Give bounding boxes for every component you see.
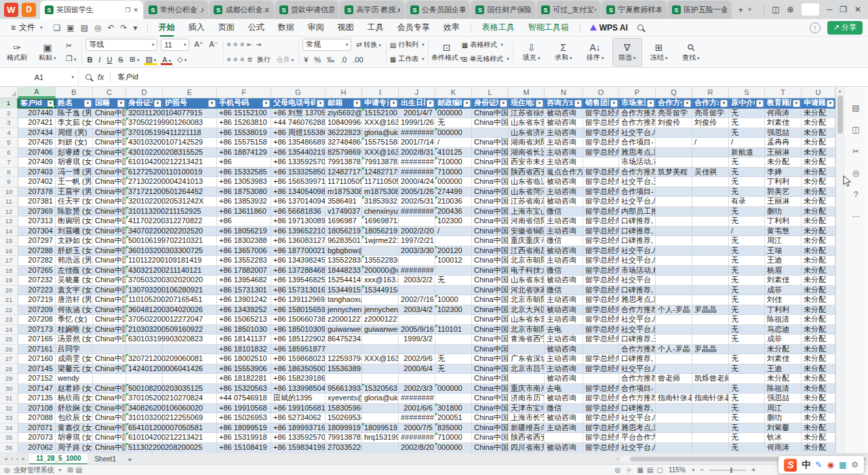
cell-C14[interactable]: China中国 <box>93 227 126 237</box>
cell-M31[interactable]: 济南市历下 <box>509 394 545 404</box>
cell-J23[interactable] <box>399 315 435 325</box>
cell-R4[interactable] <box>692 128 729 138</box>
cell-D7[interactable]: 610104200212213421 <box>126 157 163 168</box>
cell-O29[interactable] <box>583 374 619 384</box>
cell-U12[interactable]: 未分配 <box>802 207 835 217</box>
cell-G12[interactable]: +86 56681836 <box>271 207 326 217</box>
row-number-28[interactable]: 28 <box>0 364 18 375</box>
cell-S30[interactable]: 无 <box>729 384 765 394</box>
cell-Q26[interactable]: 个人-罗晶 <box>656 345 692 355</box>
header-cell-O[interactable]: 销售团队▼ <box>583 98 619 109</box>
cell-style-button[interactable]: ⊞单元格样式▾ <box>462 53 509 65</box>
cell-P8[interactable]: 合作方推荐 <box>619 168 656 178</box>
cell-N16[interactable]: 被动咨询 <box>545 246 583 256</box>
cell-K20[interactable] <box>435 286 472 296</box>
header-cell-K[interactable]: 邮政编码▼ <box>435 98 472 109</box>
cell-R8[interactable]: 吴佳祺 <box>692 168 729 178</box>
cell-I14[interactable]: 180562195 <box>362 227 399 237</box>
cell-F17[interactable]: +86 13552283 <box>217 256 271 266</box>
cell-L5[interactable]: China中国 <box>472 138 509 148</box>
cell-P26[interactable]: 合作方推荐 <box>619 345 656 355</box>
zoom-out-button[interactable]: − <box>700 466 704 474</box>
cell-M22[interactable]: 北京大兴区 <box>509 305 545 316</box>
cell-K23[interactable] <box>435 315 472 325</box>
cell-O11[interactable]: 留学总经办 <box>583 197 619 207</box>
filter-button-K[interactable]: ▼ <box>463 100 471 107</box>
row-number-7[interactable]: 7 <box>0 157 18 168</box>
header-cell-Q[interactable]: 合作方公▼ <box>656 98 692 109</box>
strikethrough-button[interactable]: S <box>117 56 124 64</box>
cell-B19[interactable]: 吴晓蔓 (女 <box>56 276 93 286</box>
cell-N3[interactable]: 被动咨询 <box>545 118 583 128</box>
cell-S14[interactable]: / <box>729 227 765 237</box>
cell-N31[interactable]: 被动咨询 <box>545 394 583 404</box>
cell-B4[interactable]: 周煜 (男) <box>56 128 93 138</box>
cell-G23[interactable]: +86 1506607386 <box>271 315 326 325</box>
cell-R31[interactable]: 指南针张老 <box>692 394 729 404</box>
cell-C9[interactable]: China中国 <box>93 177 126 187</box>
cell-K30[interactable]: 000000 <box>435 384 472 394</box>
cell-P28[interactable]: 社交平台,/ <box>619 364 656 375</box>
cell-R3[interactable]: 刘俊伶 <box>692 118 729 128</box>
cell-G32[interactable]: +86 1991056811 <box>271 404 326 414</box>
row-number-30[interactable]: 30 <box>0 384 18 394</box>
cell-Q20[interactable] <box>656 286 692 296</box>
filter-button-T[interactable]: ▼ <box>793 100 800 107</box>
cell-R25[interactable] <box>692 335 729 345</box>
cell-U23[interactable]: 未分配 <box>802 315 835 325</box>
cell-J25[interactable]: 1999/3/2 <box>399 335 435 345</box>
cell-S3[interactable]: 无 <box>729 118 765 128</box>
cell-J24[interactable]: 2005/9/16 <box>399 325 435 335</box>
cell-T16[interactable]: 王瑞 <box>765 246 802 256</box>
cell-U20[interactable]: 未分配 <box>802 286 835 296</box>
cell-S7[interactable]: 无 <box>729 157 765 168</box>
cell-C22[interactable]: China中国 <box>93 305 126 316</box>
cell-N18[interactable]: 微信 <box>545 266 583 276</box>
cell-O25[interactable]: 留学总经办 <box>583 335 619 345</box>
cell-J17[interactable] <box>399 256 435 266</box>
cell-R2[interactable]: 亮哥留学 <box>692 109 729 119</box>
cell-I27[interactable]: XXX@163. <box>362 354 399 364</box>
cell-C35[interactable]: China中国 <box>93 433 126 443</box>
cell-T18[interactable]: 杨眉 <box>765 266 802 276</box>
menu-tab-数据[interactable]: 数据 <box>271 20 301 35</box>
cell-R35[interactable] <box>692 433 729 443</box>
cell-S15[interactable]: 无 <box>729 236 765 246</box>
cell-O20[interactable]: 留学总经办 <box>583 286 619 296</box>
cell-S36[interactable]: 无 <box>729 443 765 453</box>
cell-I7[interactable]: 799138782 <box>362 157 399 168</box>
cell-A15[interactable]: 207297 <box>18 236 56 246</box>
row-number-19[interactable]: 19 <box>0 276 18 286</box>
side-panel-icon-5[interactable]: ⋯ <box>852 212 860 221</box>
row-number-17[interactable]: 17 <box>0 256 18 266</box>
cell-C4[interactable]: China中国 <box>93 128 126 138</box>
cell-I12[interactable]: chenxinyur <box>362 207 399 217</box>
cell-A6[interactable]: 207406 <box>18 148 56 158</box>
cell-Q14[interactable] <box>656 227 692 237</box>
header-cell-I[interactable]: 申请专用▼ <box>362 98 399 109</box>
cell-K25[interactable] <box>435 335 472 345</box>
cell-H13[interactable]: 1696987 <box>326 216 362 227</box>
cell-K11[interactable]: 210036 <box>435 197 472 207</box>
cell-T8[interactable]: 李婵 <box>765 168 802 178</box>
cell-P7[interactable]: 市场活动,市 <box>619 157 656 168</box>
cell-D13[interactable]: 411702200312270822 <box>126 216 163 227</box>
cell-P10[interactable]: 合作项目- <box>619 187 656 197</box>
side-panel-icon-4[interactable]: ? <box>854 190 859 200</box>
cell-P15[interactable]: 口碑推荐, <box>619 236 656 246</box>
search-icon[interactable] <box>637 24 644 31</box>
cell-K14[interactable]: / <box>435 227 472 237</box>
cell-K29[interactable] <box>435 374 472 384</box>
cell-S4[interactable]: 无 <box>729 128 765 138</box>
cell-Q36[interactable] <box>656 443 692 453</box>
cell-T5[interactable]: 孟冉冉 <box>765 138 802 148</box>
cell-G26[interactable]: +86 18595187720 <box>271 345 326 355</box>
cell-U31[interactable]: 未分配 <box>802 394 835 404</box>
cell-S35[interactable]: 无 <box>729 433 765 443</box>
cell-F19[interactable]: +86 13954682 <box>217 276 271 286</box>
cell-U24[interactable]: 未分配 <box>802 325 835 335</box>
cell-G6[interactable]: +86 1354402198 <box>271 148 326 158</box>
cell-S26[interactable] <box>729 345 765 355</box>
cell-C28[interactable]: China中国 <box>93 364 126 375</box>
cell-P5[interactable]: 合作项目- <box>619 138 656 148</box>
